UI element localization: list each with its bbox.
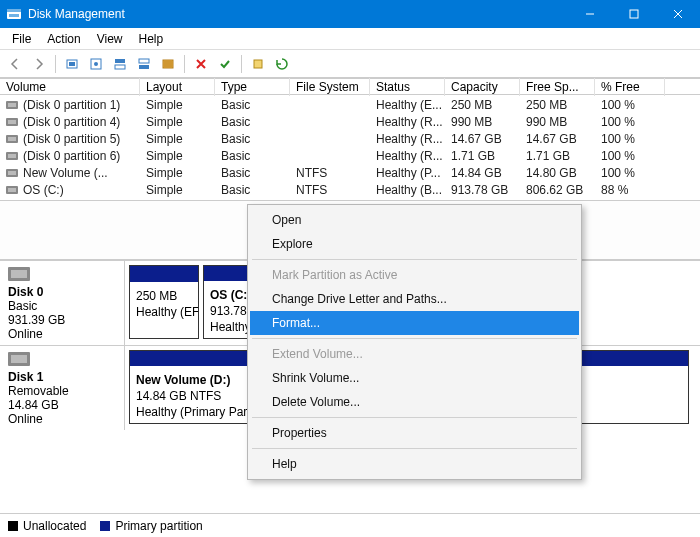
col-capacity[interactable]: Capacity xyxy=(445,78,520,96)
disk-icon xyxy=(8,267,30,281)
table-row[interactable]: (Disk 0 partition 4)SimpleBasicHealthy (… xyxy=(0,113,700,130)
disk-size: 931.39 GB xyxy=(8,313,65,327)
col-type[interactable]: Type xyxy=(215,78,290,96)
minimize-button[interactable] xyxy=(568,0,612,28)
volume-pct: 100 % xyxy=(595,164,665,181)
ctx-separator xyxy=(252,448,577,449)
menu-action[interactable]: Action xyxy=(39,30,88,48)
svg-rect-12 xyxy=(115,65,125,69)
ctx-format[interactable]: Format... xyxy=(250,311,579,335)
partition-color-bar xyxy=(130,266,198,282)
disk-label: Disk 0 xyxy=(8,285,43,299)
ctx-separator xyxy=(252,338,577,339)
volume-status: Healthy (R... xyxy=(370,113,445,130)
volume-status: Healthy (E... xyxy=(370,96,445,113)
ctx-extend: Extend Volume... xyxy=(250,342,579,366)
partition[interactable]: 250 MBHealthy (EF xyxy=(129,265,199,339)
svg-point-10 xyxy=(94,62,98,66)
menu-help[interactable]: Help xyxy=(131,30,172,48)
volume-fs xyxy=(290,147,370,164)
table-row[interactable]: (Disk 0 partition 1)SimpleBasicHealthy (… xyxy=(0,96,700,113)
ctx-change-letter[interactable]: Change Drive Letter and Paths... xyxy=(250,287,579,311)
volume-capacity: 1.71 GB xyxy=(445,147,520,164)
partition-size: 250 MB xyxy=(136,289,177,303)
volume-fs xyxy=(290,130,370,147)
col-fs[interactable]: File System xyxy=(290,78,370,96)
menu-file[interactable]: File xyxy=(4,30,39,48)
props-button[interactable] xyxy=(85,53,107,75)
app-icon xyxy=(6,6,22,22)
volume-fs xyxy=(290,113,370,130)
list-bottom-button[interactable] xyxy=(133,53,155,75)
maximize-button[interactable] xyxy=(612,0,656,28)
volume-layout: Simple xyxy=(140,181,215,198)
toolbar-separator xyxy=(241,55,242,73)
ctx-delete[interactable]: Delete Volume... xyxy=(250,390,579,414)
table-row[interactable]: OS (C:)SimpleBasicNTFSHealthy (B...913.7… xyxy=(0,181,700,198)
volume-pct: 88 % xyxy=(595,181,665,198)
table-row[interactable]: New Volume (...SimpleBasicNTFSHealthy (P… xyxy=(0,164,700,181)
volume-free: 990 MB xyxy=(520,113,595,130)
new-button[interactable] xyxy=(247,53,269,75)
volume-free: 14.67 GB xyxy=(520,130,595,147)
disk-kind: Basic xyxy=(8,299,37,313)
rescan-button[interactable] xyxy=(271,53,293,75)
toolbar-separator xyxy=(55,55,56,73)
window-title: Disk Management xyxy=(28,7,568,21)
volume-status: Healthy (P... xyxy=(370,164,445,181)
volume-capacity: 990 MB xyxy=(445,113,520,130)
ctx-properties[interactable]: Properties xyxy=(250,421,579,445)
volume-layout: Simple xyxy=(140,147,215,164)
col-status[interactable]: Status xyxy=(370,78,445,96)
volume-fs: NTFS xyxy=(290,181,370,198)
ctx-mark-active: Mark Partition as Active xyxy=(250,263,579,287)
partition-title: OS (C:) xyxy=(210,288,251,302)
legend-unallocated: Unallocated xyxy=(8,519,86,533)
svg-rect-16 xyxy=(254,60,262,68)
check-button[interactable] xyxy=(214,53,236,75)
ctx-open[interactable]: Open xyxy=(250,208,579,232)
svg-rect-4 xyxy=(630,10,638,18)
partition-status: Healthy (EF xyxy=(136,305,198,319)
volume-capacity: 250 MB xyxy=(445,96,520,113)
ctx-shrink[interactable]: Shrink Volume... xyxy=(250,366,579,390)
delete-button[interactable] xyxy=(190,53,212,75)
table-row[interactable]: (Disk 0 partition 6)SimpleBasicHealthy (… xyxy=(0,147,700,164)
volume-icon xyxy=(6,135,18,143)
legend-primary: Primary partition xyxy=(100,519,202,533)
col-volume[interactable]: Volume xyxy=(0,78,140,96)
list-top-button[interactable] xyxy=(109,53,131,75)
ctx-explore[interactable]: Explore xyxy=(250,232,579,256)
refresh-button[interactable] xyxy=(61,53,83,75)
ctx-separator xyxy=(252,259,577,260)
table-row[interactable]: (Disk 0 partition 5)SimpleBasicHealthy (… xyxy=(0,130,700,147)
menu-view[interactable]: View xyxy=(89,30,131,48)
volume-layout: Simple xyxy=(140,113,215,130)
disk-size: 14.84 GB xyxy=(8,398,59,412)
close-button[interactable] xyxy=(656,0,700,28)
col-layout[interactable]: Layout xyxy=(140,78,215,96)
toolbar-separator xyxy=(184,55,185,73)
volume-type: Basic xyxy=(215,164,290,181)
volume-pct: 100 % xyxy=(595,130,665,147)
legend: Unallocated Primary partition xyxy=(0,513,700,537)
svg-rect-1 xyxy=(7,9,21,12)
volume-type: Basic xyxy=(215,96,290,113)
svg-rect-13 xyxy=(139,59,149,63)
forward-button[interactable] xyxy=(28,53,50,75)
volume-layout: Simple xyxy=(140,130,215,147)
col-pct[interactable]: % Free xyxy=(595,78,665,96)
svg-rect-2 xyxy=(9,14,19,17)
back-button[interactable] xyxy=(4,53,26,75)
title-bar: Disk Management xyxy=(0,0,700,28)
volume-name: (Disk 0 partition 4) xyxy=(23,115,120,129)
menu-bar: File Action View Help xyxy=(0,28,700,50)
volume-table-header: Volume Layout Type File System Status Ca… xyxy=(0,78,700,95)
disk-state: Online xyxy=(8,412,43,426)
volume-type: Basic xyxy=(215,181,290,198)
ctx-help[interactable]: Help xyxy=(250,452,579,476)
settings-button[interactable] xyxy=(157,53,179,75)
col-free[interactable]: Free Sp... xyxy=(520,78,595,96)
volume-fs: NTFS xyxy=(290,164,370,181)
svg-rect-11 xyxy=(115,59,125,63)
